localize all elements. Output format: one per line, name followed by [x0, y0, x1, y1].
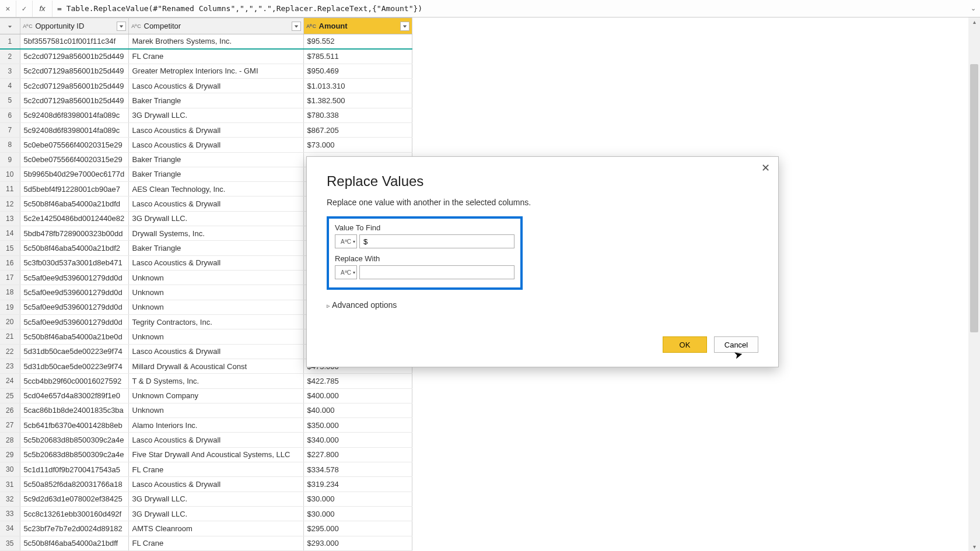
cell-amount[interactable]: $293.000: [303, 536, 412, 550]
cell-competitor[interactable]: Lasco Acoustics & Drywall: [128, 433, 303, 447]
cell-opportunity-id[interactable]: 5d5bebf4f91228001cb90ae7: [20, 182, 128, 196]
cell-opportunity-id[interactable]: 5c3fb030d537a3001d8eb471: [20, 255, 128, 270]
value-to-find-input[interactable]: [359, 234, 514, 248]
column-header-opportunity-id[interactable]: AᴮC Opportunity ID: [20, 18, 128, 34]
row-number[interactable]: 25: [0, 388, 20, 403]
cell-amount[interactable]: $73.000: [303, 138, 412, 152]
table-row[interactable]: 75c92408d6f83980014fa089cLasco Acoustics…: [0, 122, 412, 137]
row-number[interactable]: 5: [0, 93, 20, 108]
cell-opportunity-id[interactable]: 5c9d2d63d1e078002ef38425: [20, 492, 128, 506]
cell-competitor[interactable]: Unknown: [128, 300, 303, 314]
cell-competitor[interactable]: Baker Triangle: [128, 93, 303, 108]
column-filter-button[interactable]: [117, 22, 126, 31]
cell-opportunity-id[interactable]: 5c50b8f46aba54000a21bdfd: [20, 196, 128, 211]
cell-amount[interactable]: $1.382.500: [303, 93, 412, 108]
table-row[interactable]: 65c92408d6f83980014fa089c3G Drywall LLC.…: [0, 108, 412, 122]
cell-competitor[interactable]: FL Crane: [128, 462, 303, 477]
cell-opportunity-id[interactable]: 5c50b8f46aba54000a21bdf2: [20, 241, 128, 255]
cell-amount[interactable]: $30.000: [303, 492, 412, 506]
table-row[interactable]: 315c50a852f6da820031766a18Lasco Acoustic…: [0, 477, 412, 492]
table-row[interactable]: 285c5b20683d8b8500309c2a4eLasco Acoustic…: [0, 433, 412, 447]
cell-amount[interactable]: $1.013.310: [303, 78, 412, 93]
cell-competitor[interactable]: FL Crane: [128, 49, 303, 64]
row-number[interactable]: 2: [0, 49, 20, 64]
row-number[interactable]: 8: [0, 138, 20, 152]
row-number[interactable]: 22: [0, 344, 20, 359]
cell-opportunity-id[interactable]: 5c50a852f6da820031766a18: [20, 477, 128, 492]
cell-opportunity-id[interactable]: 5c2cd07129a856001b25d449: [20, 93, 128, 108]
cell-competitor[interactable]: Baker Triangle: [128, 152, 303, 167]
formula-input[interactable]: = Table.ReplaceValue(#"Renamed Columns",…: [52, 4, 966, 13]
cell-competitor[interactable]: T & D Systems, Inc.: [128, 374, 303, 388]
cell-competitor[interactable]: Lasco Acoustics & Drywall: [128, 78, 303, 93]
cell-opportunity-id[interactable]: 5cac86b1b8de24001835c3ba: [20, 403, 128, 417]
cell-competitor[interactable]: Millard Drywall & Acoustical Const: [128, 359, 303, 373]
row-number[interactable]: 29: [0, 447, 20, 462]
row-number[interactable]: 13: [0, 211, 20, 226]
column-header-competitor[interactable]: AᴮC Competitor: [128, 18, 303, 34]
row-number[interactable]: 9: [0, 152, 20, 167]
cell-opportunity-id[interactable]: 5cc8c13261ebb300160d492f: [20, 507, 128, 521]
table-row[interactable]: 275cb641fb6370e4001428b8ebAlamo Interior…: [0, 418, 412, 433]
cell-competitor[interactable]: Unknown: [128, 271, 303, 285]
row-number[interactable]: 4: [0, 78, 20, 93]
cell-competitor[interactable]: 3G Drywall LLC.: [128, 507, 303, 521]
row-header-corner[interactable]: [0, 18, 20, 34]
cell-opportunity-id[interactable]: 5c0ebe075566f40020315e29: [20, 138, 128, 152]
row-number[interactable]: 3: [0, 64, 20, 78]
table-row[interactable]: 265cac86b1b8de24001835c3baUnknown$40.000: [0, 403, 412, 417]
cell-amount[interactable]: $350.000: [303, 418, 412, 433]
cell-competitor[interactable]: Five Star Drywall And Acoustical Systems…: [128, 447, 303, 462]
row-number[interactable]: 34: [0, 521, 20, 536]
cell-amount[interactable]: $227.800: [303, 447, 412, 462]
cell-competitor[interactable]: Baker Triangle: [128, 241, 303, 255]
cell-amount[interactable]: $867.205: [303, 122, 412, 137]
table-row[interactable]: 35c2cd07129a856001b25d449Greater Metropl…: [0, 64, 412, 78]
cell-opportunity-id[interactable]: 5c5af0ee9d5396001279dd0d: [20, 285, 128, 300]
cell-opportunity-id[interactable]: 5c2cd07129a856001b25d449: [20, 49, 128, 64]
table-row[interactable]: 305c1d11df0f9b2700417543a5FL Crane$334.5…: [0, 462, 412, 477]
cell-competitor[interactable]: 3G Drywall LLC.: [128, 211, 303, 226]
cancel-button[interactable]: Cancel: [714, 336, 758, 353]
cell-opportunity-id[interactable]: 5d31db50cae5de00223e9f74: [20, 344, 128, 359]
formula-cancel-button[interactable]: ✕: [0, 1, 16, 17]
table-row[interactable]: 345c23bf7e7b7e2d0024d89182AMTS Cleanroom…: [0, 521, 412, 536]
table-row[interactable]: 255cd04e657d4a83002f89f1e0Unknown Compan…: [0, 388, 412, 403]
row-number[interactable]: 31: [0, 477, 20, 492]
scrollbar-thumb[interactable]: [970, 64, 978, 332]
close-icon[interactable]: ✕: [761, 162, 770, 174]
row-number[interactable]: 16: [0, 255, 20, 270]
cell-opportunity-id[interactable]: 5c2cd07129a856001b25d449: [20, 64, 128, 78]
cell-opportunity-id[interactable]: 5c50b8f46aba54000a21be0d: [20, 329, 128, 344]
row-number[interactable]: 32: [0, 492, 20, 506]
cell-competitor[interactable]: Lasco Acoustics & Drywall: [128, 122, 303, 137]
cell-competitor[interactable]: Greater Metroplex Interiors Inc. - GMI: [128, 64, 303, 78]
cell-opportunity-id[interactable]: 5ccb4bb29f60c00016027592: [20, 374, 128, 388]
row-number[interactable]: 1: [0, 34, 20, 49]
cell-amount[interactable]: $40.000: [303, 403, 412, 417]
cell-competitor[interactable]: Baker Triangle: [128, 167, 303, 181]
cell-amount[interactable]: $422.785: [303, 374, 412, 388]
cell-competitor[interactable]: Unknown: [128, 329, 303, 344]
row-number[interactable]: 14: [0, 226, 20, 241]
row-number[interactable]: 17: [0, 271, 20, 285]
cell-opportunity-id[interactable]: 5c5b20683d8b8500309c2a4e: [20, 447, 128, 462]
cell-competitor[interactable]: Drywall Systems, Inc.: [128, 226, 303, 241]
row-number[interactable]: 10: [0, 167, 20, 181]
cell-competitor[interactable]: Unknown Company: [128, 388, 303, 403]
table-row[interactable]: 335cc8c13261ebb300160d492f3G Drywall LLC…: [0, 507, 412, 521]
cell-opportunity-id[interactable]: 5bdb478fb7289000323b00dd: [20, 226, 128, 241]
cell-opportunity-id[interactable]: 5c5af0ee9d5396001279dd0d: [20, 314, 128, 329]
table-row[interactable]: 15bf3557581c01f001f11c34fMarek Brothers …: [0, 34, 412, 49]
table-row[interactable]: 85c0ebe075566f40020315e29Lasco Acoustics…: [0, 138, 412, 152]
row-number[interactable]: 33: [0, 507, 20, 521]
row-number[interactable]: 11: [0, 182, 20, 196]
cell-competitor[interactable]: 3G Drywall LLC.: [128, 108, 303, 122]
replace-type-dropdown[interactable]: AᴮC: [335, 265, 357, 279]
row-number[interactable]: 12: [0, 196, 20, 211]
column-header-amount[interactable]: AᴮC Amount: [303, 18, 412, 34]
cell-amount[interactable]: $340.000: [303, 433, 412, 447]
row-number[interactable]: 28: [0, 433, 20, 447]
cell-opportunity-id[interactable]: 5d31db50cae5de00223e9f74: [20, 359, 128, 373]
cell-competitor[interactable]: Lasco Acoustics & Drywall: [128, 196, 303, 211]
